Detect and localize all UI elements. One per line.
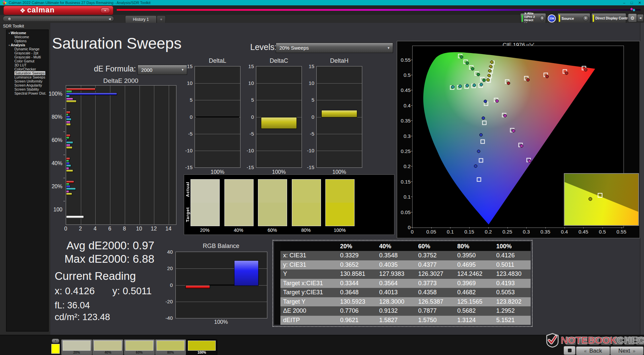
cie-measured-dot — [482, 79, 486, 82]
de-formula-dropdown[interactable]: 2000 ▼ — [138, 65, 187, 75]
cie-measured-dot — [477, 150, 480, 153]
next-label: Next — [619, 348, 630, 354]
patch-tile-40%[interactable]: 40% — [92, 339, 123, 355]
calman-logo-text: calman — [27, 6, 55, 14]
table-header-cell: 100% — [491, 242, 530, 251]
cie-measured-dot — [507, 82, 510, 85]
table-cell: 0.5682 — [452, 306, 491, 316]
collapse-left-panel-icon[interactable]: ◀ — [109, 17, 111, 20]
table-row-label: y: CIE31 — [280, 260, 335, 270]
current-patch-swatch — [51, 344, 60, 354]
rgb-balance-xlabel: 100% — [175, 319, 267, 325]
meter-name: X-Rite i1Pro 2 — [524, 12, 540, 18]
levels-dropdown[interactable]: 20% Sweeps ▼ — [276, 43, 393, 53]
cie-measured-dot — [451, 85, 454, 89]
collapse-right-panel-button[interactable]: ◀ — [637, 14, 644, 22]
sidebar-panel-header[interactable]: ◀ — [3, 16, 114, 22]
patch-tile-swatch — [188, 341, 216, 351]
settings-gear-button[interactable]: ⚙ — [628, 13, 637, 22]
source-dropdown-arrow-icon[interactable]: ▼ — [583, 15, 589, 21]
sidebar-item-dynamic-range[interactable]: Dynamic Range — [6, 47, 48, 51]
deltae-chart-title: DeltaE 2000 — [66, 77, 176, 85]
levels-dropdown-arrow-icon[interactable]: ▼ — [387, 46, 390, 50]
meter-count-badge: 236 — [548, 14, 556, 22]
table-header-cell: 60% — [413, 242, 452, 251]
patch-tile-label: 100% — [186, 351, 217, 354]
sidebar-item-color-gamut[interactable]: Color Gamut — [6, 59, 48, 63]
current-patch-tile[interactable]: ▲ — [51, 339, 60, 355]
sidebar-item-options[interactable]: Options — [6, 39, 48, 43]
sidebar-item-spectral-power-dist-[interactable]: Spectral Power Dist. — [6, 91, 48, 95]
close-button[interactable]: ✕ — [638, 1, 641, 5]
patch-tile-label: 60% — [124, 351, 155, 354]
sidebar-item-screen-angularity[interactable]: Screen Angularity — [6, 83, 48, 87]
table-cell: 130.5923 — [335, 297, 374, 307]
deltac-chart-plot — [256, 66, 302, 168]
sidebar-item-saturation-sweeps[interactable]: Saturation Sweeps — [6, 71, 48, 75]
source-dropdown[interactable]: Source ▼ — [557, 13, 590, 23]
sidebar-item-3d-lut[interactable]: 3D LUT — [6, 63, 48, 67]
actual-row-label: Actual — [185, 178, 190, 201]
sidebar-item-screen-uniformity[interactable]: Screen Uniformity — [6, 79, 48, 83]
de-formula-value: 2000 — [138, 67, 152, 73]
sidebar-item-welcome[interactable]: Welcome — [6, 35, 48, 39]
sidebar-item-screen-stability[interactable]: Screen Stability — [6, 87, 48, 91]
patch-tile-20%[interactable]: 20% — [61, 339, 92, 355]
tab-history-1[interactable]: History 1 — [125, 15, 157, 23]
patch-tile-100%[interactable]: 100% — [186, 339, 217, 355]
minimize-button[interactable]: – — [623, 1, 625, 5]
swatch-label-60%: 60% — [258, 227, 287, 233]
add-tab-button[interactable]: + — [157, 15, 166, 23]
sidebar-item-luminance-sweeps[interactable]: Luminance Sweeps — [6, 75, 48, 79]
sidebar-item-analysis[interactable]: ▾Analysis — [6, 43, 48, 47]
back-arrow-icon: « — [584, 348, 587, 354]
deltae-bar — [66, 123, 71, 126]
deltae-chart-plot — [66, 85, 176, 225]
deltah-chart-ticks: 151050-5-10-15 — [306, 66, 315, 167]
deltae-bar — [66, 193, 72, 195]
display-control-dropdown[interactable]: Direct Display Control ▼ — [591, 13, 626, 23]
right-edge-strip — [640, 23, 644, 335]
collapse-patch-bar-button[interactable]: ▲ — [52, 339, 59, 343]
cie-measured-dot — [520, 144, 523, 148]
table-cell: 5.1521 — [491, 316, 530, 325]
table-header-row: 20%40%60%80%100% — [274, 242, 531, 251]
actual-target-swatch-strip: Actual Target 20%40%60%80%100% — [184, 174, 394, 235]
swatch-actual — [326, 180, 354, 203]
table-cell: 0.3752 — [413, 251, 452, 260]
sidebar-tree: ▾WelcomeWelcomeOptions▾AnalysisDynamic R… — [6, 30, 49, 332]
patch-tile-80%[interactable]: 80% — [155, 339, 186, 355]
sidebar-item-grayscale-multi[interactable]: Grayscale - Multi — [6, 55, 48, 59]
calman-logo-icon: ❖ — [20, 7, 25, 14]
cie-measured-dot — [474, 164, 477, 168]
cie-measured-dot — [482, 116, 485, 120]
reading-y: y: 0.5011 — [112, 286, 152, 297]
measurement-table: 20%40%60%80%100%x: CIE310.33290.35480.37… — [274, 242, 531, 325]
brand-gradient-line — [117, 9, 641, 11]
calman-window: Calman 2022 Calman Ultimate for Business… — [0, 0, 644, 355]
deltac-chart: DeltaC 151050-5-10-15 100% — [246, 57, 302, 175]
calman-menu-button[interactable]: ❖ calman ▾ — [3, 6, 113, 15]
calman-menu-arrow-icon[interactable]: ▾ — [100, 7, 110, 14]
sidebar-item-welcome[interactable]: ▾Welcome — [6, 31, 48, 35]
display-control-label: Direct Display Control — [595, 16, 631, 20]
table-cell: 0.3344 — [335, 279, 374, 288]
patch-tile-60%[interactable]: 60% — [124, 339, 155, 355]
table-row: dEITP0.96211.58271.57501.31245.1521 — [274, 316, 531, 325]
de-formula-dropdown-arrow-icon[interactable]: ▼ — [181, 68, 184, 71]
notebookcheck-shield-icon — [545, 333, 560, 348]
table-row: Target x:CIE310.33440.35640.37730.39690.… — [274, 279, 531, 288]
sidebar-item-grayscale-2pt[interactable]: Grayscale - 2pt — [6, 51, 48, 55]
meter-status-stripe — [522, 15, 523, 22]
deltae-bar — [66, 169, 73, 172]
sidebar-item-colorchecker[interactable]: ColorChecker — [6, 67, 48, 71]
maximize-button[interactable]: □ — [631, 1, 633, 5]
meter-dropdown-arrow-icon[interactable]: ▼ — [540, 15, 544, 21]
swatch-label-20%: 20% — [190, 227, 219, 233]
deltal-chart: DeltaL 151050-5-10-15 100% — [184, 57, 241, 175]
table-cell: 1.3124 — [452, 316, 491, 325]
table-cell: 0.7877 — [413, 306, 452, 316]
table-cell: 0.4695 — [452, 260, 491, 270]
meter-dropdown[interactable]: X-Rite i1Pro 2 Direct View ▼ — [520, 13, 546, 23]
table-cell: 0.4682 — [452, 288, 491, 297]
